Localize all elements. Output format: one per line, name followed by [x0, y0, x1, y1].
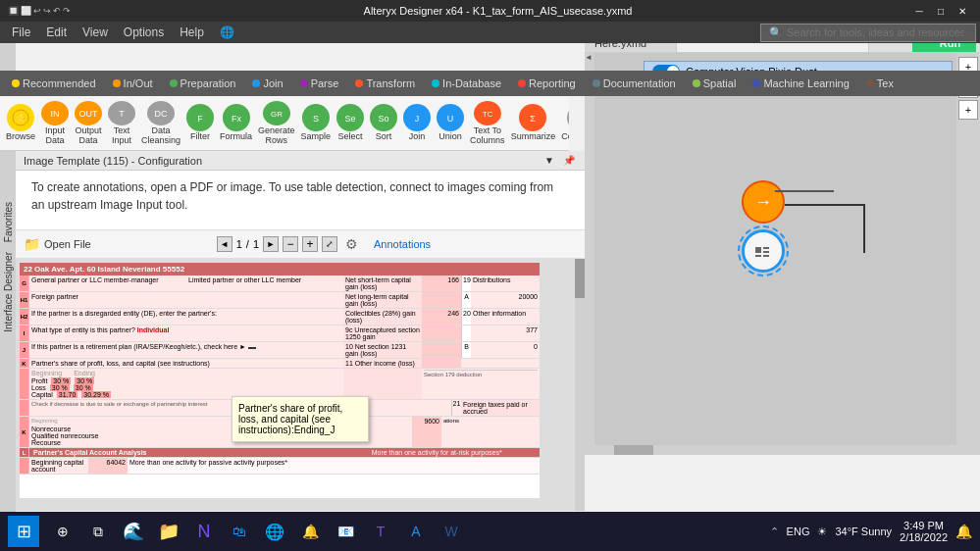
category-tabs: Recommended In/Out Preparation Join Pars…: [0, 71, 980, 96]
menu-help[interactable]: Help: [172, 24, 212, 41]
input-data-label: Input Data: [41, 126, 69, 146]
cat-transform[interactable]: Transform: [347, 74, 423, 93]
taskbar-outlook[interactable]: 📧: [330, 516, 361, 547]
h-scroll-bar[interactable]: [594, 445, 956, 455]
input-data-tool[interactable]: IN Input Data: [39, 99, 71, 148]
maximize-button[interactable]: □: [931, 3, 951, 19]
preparation-dot: [170, 79, 178, 87]
next-page-btn[interactable]: ►: [263, 236, 279, 252]
open-file-button[interactable]: 📁 Open File: [24, 236, 91, 252]
sort-tool[interactable]: So Sort: [368, 99, 399, 148]
cat-favorites[interactable]: Recommended: [4, 74, 104, 93]
config-pin-btn[interactable]: 📌: [561, 153, 577, 169]
cat-preparation[interactable]: Preparation: [162, 74, 244, 93]
search-input[interactable]: [787, 26, 963, 38]
cat-reporting[interactable]: Reporting: [510, 74, 584, 93]
sidebar-interface-designer[interactable]: Interface Designer: [1, 248, 16, 336]
data-cleansing-tool[interactable]: DC Data Cleansing: [139, 99, 182, 148]
menu-file[interactable]: File: [4, 24, 38, 41]
sidebar-favorites[interactable]: Favorites: [1, 198, 16, 246]
comment-tool[interactable]: 💬 Comment: [559, 99, 569, 148]
taskbar-alteryx[interactable]: A: [400, 516, 432, 547]
zoom-in-btn[interactable]: +: [302, 236, 318, 252]
prev-page-btn[interactable]: ◄: [217, 236, 232, 252]
config-expand-btn[interactable]: ▼: [542, 153, 557, 169]
workflow-node-2[interactable]: [742, 229, 785, 273]
node-connector: [785, 204, 863, 206]
sample-tool[interactable]: S Sample: [299, 99, 334, 148]
instruction-text: To create annotations, open a PDF or ima…: [31, 178, 569, 214]
v-scrollbar[interactable]: [575, 259, 585, 511]
page-nav: ◄ 1 / 1 ► − + ⤢: [217, 236, 337, 252]
data-cleansing-label: Data Cleansing: [141, 126, 181, 146]
close-button[interactable]: ✕: [953, 3, 972, 19]
svg-text:OUT: OUT: [79, 109, 99, 119]
file-open-area: 📁 Open File ◄ 1 / 1 ► − + ⤢ ⚙ Annotation…: [16, 229, 585, 259]
taskbar-chrome[interactable]: 🌐: [259, 516, 290, 547]
menu-options[interactable]: Options: [116, 24, 172, 41]
cat-machine-learning[interactable]: Machine Learning: [745, 74, 856, 93]
image-content: 22 Oak Ave. Apt. 60 Island Neverland 555…: [16, 259, 585, 511]
taskbar-search[interactable]: ⊕: [47, 516, 78, 547]
svg-text:S: S: [313, 114, 319, 124]
input-node-icon[interactable]: →: [742, 180, 785, 224]
join-tool[interactable]: J Join: [401, 99, 433, 148]
indatabase-dot: [432, 79, 439, 87]
machine-dot: [752, 79, 760, 87]
taskbar-store[interactable]: 🛍: [224, 516, 255, 547]
cat-spatial[interactable]: Spatial: [685, 74, 745, 93]
zoom-out-btn[interactable]: −: [283, 236, 298, 252]
gear-settings[interactable]: ⚙: [345, 236, 358, 252]
annotations-btn[interactable]: Annotations: [374, 238, 431, 250]
filter-tool[interactable]: F Filter: [184, 99, 216, 148]
svg-text:GR: GR: [271, 110, 283, 119]
start-button[interactable]: ⊞: [8, 516, 39, 547]
h-scroll-thumb[interactable]: [614, 445, 653, 455]
taskbar-files[interactable]: 📁: [153, 516, 184, 547]
cat-documentation[interactable]: Documentation: [585, 74, 684, 93]
taskbar-icons: ⊕ ⧉ 🌊 📁 N 🛍 🌐 🔔 📧 T A W: [47, 516, 467, 547]
workflow-node-1[interactable]: →: [742, 180, 785, 224]
config-title: Image Template (115) - Configuration: [24, 155, 202, 167]
menu-view[interactable]: View: [75, 24, 116, 41]
formula-tool[interactable]: Fx Formula: [218, 99, 254, 148]
browse-tool[interactable]: ⭐ Browse: [4, 99, 37, 148]
menu-globe[interactable]: 🌐: [212, 24, 242, 41]
generate-rows-tool[interactable]: GR Generate Rows: [256, 99, 297, 148]
taskbar-notifications[interactable]: 🔔: [294, 516, 326, 547]
connector-1: [775, 190, 834, 192]
taskbar-teams[interactable]: T: [365, 516, 396, 547]
minimize-button[interactable]: ─: [909, 3, 929, 19]
taskbar-word[interactable]: W: [436, 516, 467, 547]
select-tool[interactable]: Se Select: [335, 99, 366, 148]
text-input-tool[interactable]: T Text Input: [106, 99, 137, 148]
cat-inout[interactable]: In/Out: [105, 74, 161, 93]
text-to-columns-tool[interactable]: TC Text To Columns: [468, 99, 507, 148]
taskbar-edge[interactable]: 🌊: [118, 516, 149, 547]
taskbar-onenote[interactable]: N: [188, 516, 220, 547]
sort-label: Sort: [376, 132, 392, 142]
taskbar-weather: ☀: [817, 526, 827, 538]
cat-parse[interactable]: Parse: [292, 74, 347, 93]
taskbar-task-view[interactable]: ⧉: [82, 516, 114, 547]
left-scroll[interactable]: ◄: [585, 53, 594, 455]
window-controls[interactable]: ─ □ ✕: [909, 3, 972, 19]
menu-edit[interactable]: Edit: [38, 24, 75, 41]
union-tool[interactable]: U Union: [435, 99, 466, 148]
taskbar-lang[interactable]: ENG: [787, 526, 810, 537]
notification-bell[interactable]: 🔔: [955, 524, 972, 539]
cat-tex[interactable]: Tex: [858, 74, 902, 93]
reporting-dot: [518, 79, 526, 87]
summarize-tool[interactable]: Σ Summarize: [509, 99, 558, 148]
fit-btn[interactable]: ⤢: [322, 236, 337, 252]
cat-join[interactable]: Join: [244, 74, 290, 93]
canvas-tools: + − +: [956, 53, 980, 455]
inout-dot: [113, 79, 121, 87]
cat-indatabase[interactable]: In-Database: [424, 74, 509, 93]
fit-canvas[interactable]: +: [958, 100, 978, 120]
taskbar-tray-icons: ⌃: [770, 526, 779, 538]
canvas-area[interactable]: Computer Vision Pixie Dust + − + →: [585, 53, 980, 455]
svg-text:F: F: [197, 114, 203, 124]
output-data-tool[interactable]: OUT Output Data: [73, 99, 104, 148]
v-scrollbar-thumb[interactable]: [575, 259, 585, 298]
